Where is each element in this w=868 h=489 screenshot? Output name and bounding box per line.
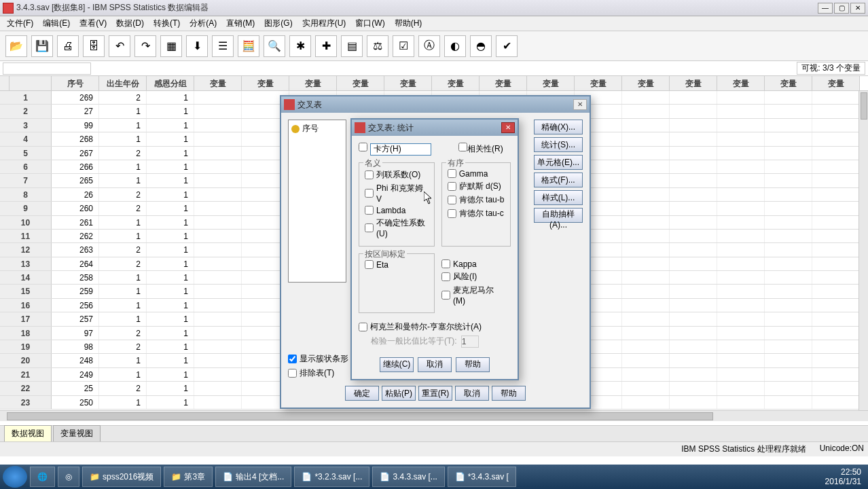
col-header[interactable]: 变量 (242, 76, 289, 90)
data-cell[interactable] (622, 230, 670, 242)
col-header[interactable]: 变量 (765, 76, 812, 90)
data-cell[interactable]: 268 (52, 132, 99, 145)
data-cell[interactable] (717, 396, 765, 409)
data-cell[interactable]: 265 (52, 174, 99, 187)
data-cell[interactable] (194, 147, 242, 160)
data-cell[interactable]: 1 (99, 312, 147, 325)
statistics-button[interactable]: 统计(S)... (534, 137, 583, 152)
data-cell[interactable] (717, 340, 765, 353)
col-header[interactable]: 变量 (622, 76, 670, 90)
data-cell[interactable] (622, 202, 670, 215)
weight-icon[interactable]: ⚖ (367, 35, 388, 57)
taskbar-chrome-icon[interactable]: ◎ (58, 467, 79, 487)
into-icon[interactable]: ⬇ (186, 35, 208, 57)
data-cell[interactable]: 1 (147, 91, 194, 104)
start-button[interactable] (3, 466, 27, 488)
data-cell[interactable] (670, 132, 717, 145)
risk-checkbox[interactable]: 风险(I) (441, 271, 505, 283)
row-header[interactable]: 17 (0, 312, 52, 325)
data-cell[interactable] (194, 188, 242, 201)
menu-dm[interactable]: 直销(M) (222, 16, 259, 31)
vertical-scrollbar[interactable] (858, 91, 868, 410)
continue-button[interactable]: 继续(C) (380, 357, 414, 372)
redo-icon[interactable]: ↷ (134, 35, 156, 57)
data-cell[interactable] (670, 216, 717, 229)
data-cell[interactable] (670, 119, 717, 132)
col-header[interactable]: 变量 (527, 76, 575, 90)
data-cell[interactable] (765, 327, 812, 340)
data-cell[interactable] (812, 243, 860, 256)
menu-transform[interactable]: 转换(T) (149, 16, 184, 31)
row-header[interactable]: 4 (0, 132, 52, 145)
data-cell[interactable] (717, 327, 765, 340)
data-cell[interactable]: 1 (147, 160, 194, 173)
data-cell[interactable] (622, 216, 670, 229)
exact-button[interactable]: 精确(X)... (534, 120, 583, 134)
data-cell[interactable] (765, 354, 812, 367)
open-icon[interactable]: 📂 (5, 35, 27, 57)
data-cell[interactable] (812, 174, 860, 187)
data-cell[interactable]: 2 (99, 257, 147, 270)
col-header[interactable]: 变量 (194, 76, 242, 90)
menu-window[interactable]: 窗口(W) (351, 16, 388, 31)
menu-view[interactable]: 查看(V) (75, 16, 111, 31)
paste-button[interactable]: 粘贴(P) (382, 386, 416, 401)
data-cell[interactable] (717, 243, 765, 256)
data-cell[interactable]: 2 (99, 91, 147, 104)
data-cell[interactable]: 1 (147, 354, 194, 367)
data-cell[interactable]: 2 (99, 202, 147, 215)
print-icon[interactable]: 🖨 (57, 35, 79, 57)
data-cell[interactable] (812, 147, 860, 160)
find-icon[interactable]: 🔍 (264, 35, 285, 57)
col-header[interactable]: 变量 (337, 76, 384, 90)
taskbar-item[interactable]: 📄*3.2.3.sav [... (294, 467, 369, 487)
data-cell[interactable]: 98 (52, 340, 99, 353)
tab-data-view[interactable]: 数据视图 (4, 425, 52, 441)
data-cell[interactable]: 258 (52, 271, 99, 284)
tab-variable-view[interactable]: 变量视图 (53, 425, 101, 441)
menu-graphs[interactable]: 图形(G) (260, 16, 296, 31)
data-cell[interactable] (812, 230, 860, 242)
data-cell[interactable]: 26 (52, 188, 99, 201)
data-cell[interactable] (194, 368, 242, 381)
data-cell[interactable] (194, 132, 242, 145)
data-cell[interactable] (812, 132, 860, 145)
row-header[interactable]: 13 (0, 257, 52, 270)
data-cell[interactable]: 1 (147, 230, 194, 242)
horizontal-scrollbar[interactable] (0, 410, 868, 421)
data-cell[interactable] (765, 257, 812, 270)
data-cell[interactable]: 1 (147, 312, 194, 325)
cell-reference-input[interactable] (3, 62, 91, 75)
row-header[interactable]: 1 (0, 91, 52, 104)
data-cell[interactable] (670, 299, 717, 312)
data-cell[interactable] (194, 396, 242, 409)
maximize-button[interactable]: ▢ (834, 3, 849, 14)
row-header[interactable]: 23 (0, 396, 52, 409)
data-cell[interactable] (622, 188, 670, 201)
data-cell[interactable] (717, 230, 765, 242)
value-labels-icon[interactable]: Ⓐ (418, 35, 440, 57)
menu-help[interactable]: 帮助(H) (391, 16, 427, 31)
taskbar-item[interactable]: 📄3.4.3.sav [... (372, 467, 444, 487)
variables-list[interactable]: 序号 (288, 120, 346, 283)
data-cell[interactable] (670, 202, 717, 215)
data-cell[interactable] (194, 271, 242, 284)
data-cell[interactable]: 1 (147, 327, 194, 340)
save-icon[interactable]: 💾 (31, 35, 53, 57)
data-cell[interactable] (812, 216, 860, 229)
style-button[interactable]: 样式(L)... (534, 190, 583, 205)
data-cell[interactable] (622, 91, 670, 104)
data-cell[interactable] (812, 396, 860, 409)
data-cell[interactable] (812, 271, 860, 284)
data-cell[interactable] (812, 312, 860, 325)
data-cell[interactable] (194, 340, 242, 353)
data-cell[interactable]: 1 (99, 396, 147, 409)
data-cell[interactable] (194, 354, 242, 367)
data-cell[interactable] (765, 340, 812, 353)
recall-icon[interactable]: 🗄 (83, 35, 105, 57)
data-cell[interactable]: 249 (52, 368, 99, 381)
help-button[interactable]: 帮助 (492, 386, 526, 401)
col-header[interactable]: 序号 (52, 76, 99, 90)
lambda-checkbox[interactable]: Lambda (365, 206, 429, 215)
row-header[interactable]: 9 (0, 202, 52, 215)
